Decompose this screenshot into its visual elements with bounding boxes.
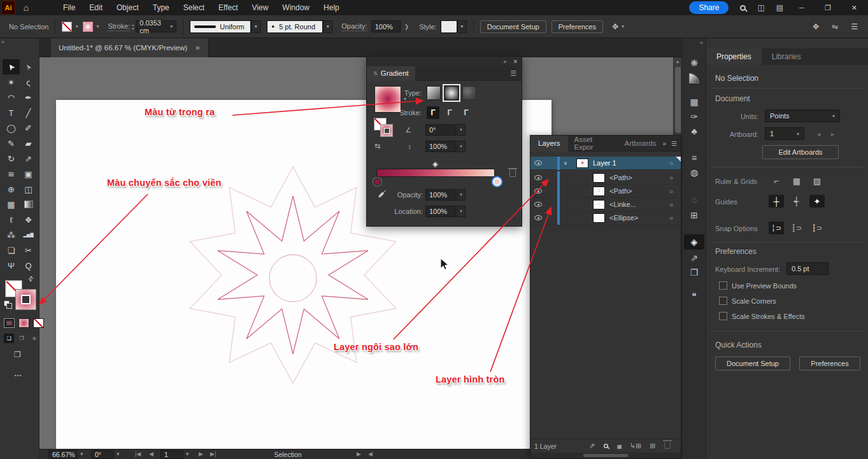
layers-hscrollbar[interactable]: [530, 453, 681, 458]
layer-thumbnail[interactable]: ✶: [576, 159, 588, 168]
visibility-eye-icon[interactable]: [530, 202, 546, 207]
radial-gradient-type-button[interactable]: [445, 86, 459, 100]
show-guides-icon[interactable]: ┼: [769, 195, 784, 208]
zoom-level-field[interactable]: 66.67%: [48, 450, 78, 459]
stroke-weight-label[interactable]: Stroke:: [108, 22, 130, 31]
layers-panel-icon[interactable]: ◈: [684, 234, 704, 250]
layer-thumbnail[interactable]: ∴: [593, 200, 605, 209]
rotation-chevron-icon[interactable]: ▾: [117, 451, 120, 457]
dock-options-icon[interactable]: ⇋: [832, 22, 838, 31]
rotate-tool[interactable]: ↻: [3, 151, 20, 166]
draw-inside-mode[interactable]: ◙: [29, 334, 39, 343]
locate-object-icon[interactable]: [603, 442, 609, 450]
layers-expand-icon[interactable]: »: [662, 140, 666, 147]
lock-guides-icon[interactable]: ┽: [789, 195, 804, 208]
perspective-grid-tool[interactable]: ◫: [20, 181, 37, 197]
style-chevron-icon[interactable]: ▾: [457, 20, 467, 33]
layers-panel-menu-icon[interactable]: ☰: [671, 140, 677, 147]
gradient-opacity-field[interactable]: 100%: [425, 189, 456, 201]
shape-builder-tool[interactable]: ⊕: [3, 181, 20, 197]
opacity-field[interactable]: 100%: [371, 20, 401, 32]
hscroll-right-icon[interactable]: ▶: [357, 451, 361, 457]
transparency-grid-icon[interactable]: ▨: [809, 174, 825, 187]
mesh-tool[interactable]: ▦: [3, 197, 20, 212]
pathfinder-panel-icon[interactable]: ⊞: [684, 208, 704, 223]
lasso-tool[interactable]: ς: [20, 74, 37, 90]
close-button[interactable]: ✕: [847, 4, 862, 12]
app-logo-icon[interactable]: Ai: [1, 1, 15, 15]
comments-panel-icon[interactable]: ❝: [684, 288, 704, 304]
fill-swatch[interactable]: [62, 22, 72, 32]
units-dropdown[interactable]: Points ▾: [765, 109, 840, 122]
document-close-icon[interactable]: ✕: [195, 45, 200, 52]
target-circle-icon[interactable]: ○: [669, 188, 673, 195]
profile-chevron-icon[interactable]: ▾: [251, 20, 260, 33]
use-preview-bounds-label[interactable]: Use Preview Bounds: [732, 282, 797, 290]
curvature-tool[interactable]: ◠: [3, 90, 20, 105]
appearance-panel-icon[interactable]: ◌: [684, 192, 704, 208]
layer-thumbnail[interactable]: [593, 213, 605, 223]
gradient-collapse-icon[interactable]: «: [503, 59, 506, 65]
prev-artboard-icon[interactable]: ◂: [817, 131, 820, 138]
rotation-field[interactable]: 0°: [91, 450, 114, 459]
location-chevron-icon[interactable]: ▾: [457, 206, 466, 217]
magic-wand-tool[interactable]: ✶: [3, 74, 20, 90]
workspace-icon[interactable]: ◫: [757, 3, 764, 12]
search-icon[interactable]: [740, 5, 746, 11]
free-transform-tool[interactable]: ▣: [20, 166, 37, 181]
layer-thumbnail[interactable]: [593, 173, 605, 183]
none-button[interactable]: [33, 318, 44, 328]
gradient-preset-chevron-icon[interactable]: ▾: [404, 96, 406, 102]
menu-view[interactable]: View: [245, 0, 276, 15]
target-circle-icon[interactable]: ○: [669, 160, 673, 167]
clipping-mask-icon[interactable]: ◙: [617, 442, 622, 450]
draw-normal-mode[interactable]: ❏: [4, 334, 14, 343]
brush-chevron-icon[interactable]: ▾: [323, 20, 332, 33]
quick-preferences-button[interactable]: Preferences: [799, 357, 860, 371]
artboards-panel-icon[interactable]: ❐: [684, 265, 704, 280]
location-field[interactable]: 100%: [425, 206, 456, 217]
arrange-documents-icon[interactable]: ▤: [776, 3, 783, 12]
gradient-button[interactable]: [18, 318, 29, 328]
edit-artboards-button[interactable]: Edit Artboards: [762, 145, 839, 159]
gradient-tool[interactable]: [20, 197, 37, 212]
stroke-within-button[interactable]: Γ: [427, 106, 439, 119]
column-graph-tool[interactable]: ▂▅▇: [20, 227, 37, 243]
snap-to-point-icon[interactable]: ╎⊃: [769, 222, 784, 234]
menu-type[interactable]: Type: [146, 0, 176, 15]
new-layer-icon[interactable]: ⊞: [650, 442, 655, 450]
new-sublayer-icon[interactable]: ↳⊞: [630, 442, 641, 450]
keyboard-increment-field[interactable]: 0.5 pt: [786, 262, 829, 275]
toolbar-collapse-icon[interactable]: «: [1, 39, 4, 45]
target-circle-icon[interactable]: ○: [669, 201, 673, 208]
symbol-sprayer-tool[interactable]: ⁂: [3, 227, 20, 243]
gradient-resize-handle[interactable]: ·····: [427, 221, 459, 227]
grid-icon[interactable]: ▦: [789, 174, 804, 187]
layer-row-ellipse[interactable]: <Ellipse> ○: [530, 211, 681, 225]
swap-fill-stroke-icon[interactable]: ⇄: [26, 274, 35, 283]
reverse-gradient-icon[interactable]: ⇆: [374, 142, 380, 150]
stroke-weight-field[interactable]: 0.0353 cm▾: [136, 20, 176, 32]
direct-selection-tool[interactable]: ➢: [20, 59, 37, 74]
collect-for-export-icon[interactable]: ⇗: [589, 442, 595, 450]
next-artboard-icon[interactable]: ▶: [199, 451, 203, 457]
restore-button[interactable]: ❐: [820, 4, 836, 12]
tab-libraries[interactable]: Libraries: [762, 48, 811, 65]
ruler-icon[interactable]: ⌐: [769, 174, 784, 187]
scrollbar-thumb[interactable]: [675, 67, 681, 133]
brushes-panel-icon[interactable]: ✑: [684, 109, 704, 124]
shaper-tool[interactable]: ✎: [3, 136, 20, 151]
isolate-chevron-icon[interactable]: ▾: [622, 24, 624, 29]
scale-tool[interactable]: ⇗: [20, 151, 37, 166]
layer-name[interactable]: <Path>: [609, 187, 632, 195]
home-icon[interactable]: ⌂: [15, 3, 37, 13]
list-view-icon[interactable]: ☰: [851, 22, 858, 31]
layer-row-linked[interactable]: ∴ <Linke... ○: [530, 198, 681, 211]
zoom-chevron-icon[interactable]: ▾: [80, 451, 83, 457]
variable-width-profile[interactable]: Uniform: [190, 20, 251, 33]
scale-strokes-effects-label[interactable]: Scale Strokes & Effects: [732, 313, 805, 320]
stroke-along-button[interactable]: Γ: [443, 106, 456, 119]
gradient-panel-tab[interactable]: ⇅ Gradient: [367, 66, 415, 81]
layer-name[interactable]: Layer 1: [593, 159, 616, 167]
tab-layers[interactable]: Layers: [530, 136, 568, 152]
